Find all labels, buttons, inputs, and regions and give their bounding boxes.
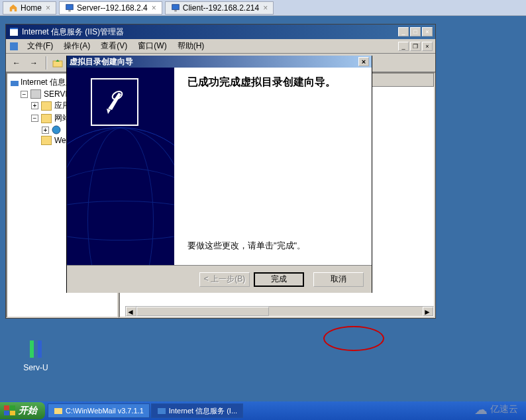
- screen-icon: [65, 3, 74, 13]
- start-label: 开始: [19, 405, 37, 417]
- window-title: Internet 信息服务 (IIS)管理器: [22, 26, 397, 38]
- child-restore-button[interactable]: ❐: [410, 42, 421, 51]
- child-close-button[interactable]: ×: [422, 42, 433, 51]
- taskbar-items: C:\WinWebMail v3.7.1.1 Internet 信息服务 (I.…: [45, 403, 526, 418]
- scroll-right-button[interactable]: ►: [423, 307, 433, 316]
- up-button[interactable]: [50, 56, 66, 70]
- wizard-instruction: 要做这些更改，请单击"完成"。: [187, 240, 305, 252]
- finish-button[interactable]: 完成: [254, 272, 304, 287]
- forward-button[interactable]: →: [26, 56, 42, 70]
- svg-rect-2: [172, 4, 180, 9]
- close-button[interactable]: ×: [358, 57, 369, 66]
- menu-action[interactable]: 操作(A): [58, 39, 95, 53]
- directory-icon: [99, 86, 131, 118]
- close-icon[interactable]: ×: [46, 3, 50, 13]
- maximize-button[interactable]: □: [410, 27, 421, 36]
- tab-label: Server--192.168.2.4: [77, 3, 148, 13]
- home-icon: [9, 3, 18, 13]
- folder-up-icon: [52, 58, 63, 68]
- menu-file[interactable]: 文件(F): [22, 39, 58, 53]
- wizard-sidebar: [67, 68, 174, 265]
- browser-tab-bar: Home × Server--192.168.2.4 × Client--192…: [0, 0, 526, 16]
- svg-rect-17: [158, 408, 166, 414]
- svg-rect-13: [10, 405, 15, 410]
- wizard-body: 已成功完成虚拟目录创建向导。 要做这些更改，请单击"完成"。: [67, 68, 372, 265]
- svg-rect-4: [10, 29, 18, 36]
- iis-icon: [157, 406, 166, 415]
- close-icon[interactable]: ×: [152, 3, 156, 13]
- menu-help[interactable]: 帮助(H): [172, 39, 210, 53]
- svg-rect-5: [10, 28, 18, 29]
- wizard-titlebar[interactable]: 虚拟目录创建向导 ×: [67, 56, 372, 68]
- svg-rect-15: [10, 411, 15, 415]
- watermark-text: 亿速云: [490, 403, 518, 415]
- wizard-content: 已成功完成虚拟目录创建向导。 要做这些更改，请单击"完成"。: [174, 68, 372, 265]
- wizard-dialog: 虚拟目录创建向导 × 已成功完成虚拟目录创建向导。 要做这些更改，请单击"完成"…: [66, 56, 372, 293]
- browser-tab-client[interactable]: Client--192.168.2.214 ×: [165, 1, 274, 15]
- wizard-title: 虚拟目录创建向导: [70, 56, 133, 68]
- folder-icon: [41, 101, 52, 111]
- minimize-button[interactable]: _: [398, 27, 409, 36]
- annotation-circle: [323, 326, 384, 351]
- scroll-left-button[interactable]: ◄: [126, 307, 136, 316]
- svg-rect-7: [53, 61, 62, 67]
- horizontal-scrollbar[interactable]: ◄ ►: [125, 306, 434, 317]
- collapse-icon[interactable]: −: [31, 115, 38, 122]
- scroll-thumb[interactable]: [136, 307, 269, 316]
- tab-label: Home: [21, 3, 42, 13]
- wizard-button-bar: < 上一步(B) 完成 取消: [67, 265, 372, 293]
- screen-icon: [171, 3, 180, 13]
- taskbar: 开始 C:\WinWebMail v3.7.1.1 Internet 信息服务 …: [0, 401, 526, 420]
- windows-logo-icon: [4, 405, 16, 416]
- child-minimize-button[interactable]: _: [398, 42, 409, 51]
- back-button: < 上一步(B): [199, 272, 250, 287]
- back-button[interactable]: ←: [9, 56, 25, 70]
- folder-icon: [54, 406, 63, 415]
- computer-icon: [30, 89, 41, 99]
- svg-rect-16: [54, 408, 62, 414]
- taskbar-label: C:\WinWebMail v3.7.1.1: [66, 407, 144, 415]
- menu-window[interactable]: 窗口(W): [132, 39, 172, 53]
- separator: [46, 56, 47, 70]
- svg-rect-1: [68, 10, 71, 11]
- svg-rect-12: [4, 405, 9, 410]
- close-icon[interactable]: ×: [263, 3, 268, 13]
- globe-decoration: [67, 127, 174, 265]
- window-titlebar[interactable]: Internet 信息服务 (IIS)管理器 _ □ ×: [6, 25, 435, 39]
- folder-icon: [41, 136, 52, 145]
- collapse-icon[interactable]: −: [21, 91, 28, 98]
- expand-icon[interactable]: +: [42, 127, 49, 134]
- servu-icon: [25, 338, 47, 360]
- menu-view[interactable]: 查看(V): [95, 39, 132, 53]
- wizard-heading: 已成功完成虚拟目录创建向导。: [187, 76, 358, 89]
- watermark: ☁ 亿速云: [474, 401, 518, 417]
- taskbar-item-winwebmail[interactable]: C:\WinWebMail v3.7.1.1: [48, 403, 150, 418]
- svg-rect-14: [4, 411, 9, 415]
- svg-point-10: [52, 126, 60, 134]
- start-button[interactable]: 开始: [0, 402, 45, 419]
- folder-icon: [41, 114, 52, 123]
- taskbar-label: Internet 信息服务 (I...: [169, 406, 237, 416]
- globe-icon: [52, 125, 62, 134]
- icon-label: Serv-U: [23, 363, 48, 372]
- cancel-button[interactable]: 取消: [313, 272, 364, 287]
- svg-rect-9: [11, 81, 19, 86]
- tab-label: Client--192.168.2.214: [183, 3, 259, 13]
- close-button[interactable]: ×: [422, 27, 433, 36]
- desktop-icon-servu[interactable]: Serv-U: [16, 338, 56, 372]
- wizard-icon-box: [91, 78, 138, 126]
- window-controls: _ □ ×: [397, 27, 433, 36]
- browser-tab-server[interactable]: Server--192.168.2.4 ×: [59, 1, 162, 15]
- iis-root-icon: [10, 78, 21, 87]
- taskbar-item-iis[interactable]: Internet 信息服务 (I...: [151, 403, 243, 418]
- svg-rect-0: [66, 4, 74, 9]
- iis-icon: [9, 26, 19, 37]
- svg-rect-6: [10, 42, 18, 50]
- cloud-icon: ☁: [474, 401, 488, 417]
- menubar: 文件(F) 操作(A) 查看(V) 窗口(W) 帮助(H) _ ❐ ×: [6, 39, 435, 54]
- svg-rect-3: [174, 10, 177, 11]
- expand-icon[interactable]: +: [31, 102, 38, 109]
- app-icon: [9, 41, 19, 52]
- browser-tab-home[interactable]: Home ×: [3, 1, 56, 15]
